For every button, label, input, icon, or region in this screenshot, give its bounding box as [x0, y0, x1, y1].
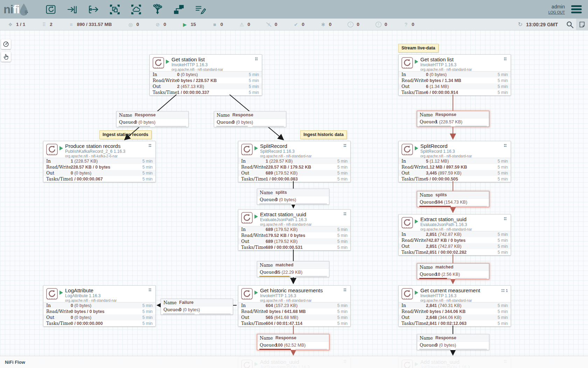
- connection-name-label: Name: [260, 263, 273, 268]
- template-icon[interactable]: [173, 4, 185, 15]
- connection-label[interactable]: Name Response Queued 0 (0 bytes): [417, 334, 489, 350]
- processor[interactable]: Get current measurement InvokeHTTP 1.16.…: [398, 285, 511, 327]
- processor[interactable]: Get station list InvokeHTTP 1.16.3 org.a…: [398, 54, 511, 96]
- queue-progress-bars: [257, 203, 329, 204]
- threads-grid-icon: [149, 144, 152, 147]
- processor[interactable]: Extract station_uuid EvaluateJsonPath 1.…: [398, 214, 511, 255]
- processor-stat-row: In 0 (0 bytes) 5 min: [150, 71, 262, 77]
- threads-grid-icon: [344, 144, 346, 147]
- active-threads-badge: [344, 144, 348, 147]
- queue-progress-bars: [417, 349, 489, 350]
- processor-stat-row: Tasks/Time 0 / 00:00:00.000 5 min: [43, 320, 155, 326]
- processor-stat-row: In 0 (0 bytes) 5 min: [399, 71, 511, 77]
- navigate-palette-button[interactable]: [1, 39, 11, 49]
- canvas-label[interactable]: Ingest historic data: [300, 130, 347, 139]
- operate-palette-button[interactable]: [1, 52, 11, 62]
- remote-process-group-icon[interactable]: [130, 4, 142, 15]
- output-port-icon[interactable]: [88, 4, 99, 15]
- label-icon[interactable]: [194, 4, 206, 15]
- processor-stats: In 5 (1.12 MB) 5 min Read/Write 1.12 MB …: [399, 158, 511, 182]
- connection-queued-value: 100 (62.52 MB): [275, 343, 306, 348]
- birdseye-toggle-icon[interactable]: [576, 19, 588, 30]
- processor-name: Extract station_uuid: [420, 216, 472, 222]
- flow-canvas[interactable]: Ingest station records Ingest historic d…: [0, 30, 588, 368]
- processor[interactable]: Produce station records PublishKafkaReco…: [43, 141, 156, 182]
- connection-queued-label: Queued: [420, 342, 437, 348]
- connection-label[interactable]: Name matched Queued 10 (2.56 KB): [417, 263, 489, 279]
- connection-label[interactable]: Name Response Queued 0 (0 bytes): [116, 111, 189, 127]
- processor-stats: In 0 (0 bytes) 5 min Read/Write 0 bytes …: [399, 71, 511, 95]
- canvas-label[interactable]: Stream live-data: [398, 44, 439, 53]
- connection-label[interactable]: Name splits Queued 0 (0 bytes): [257, 189, 329, 205]
- processor-stat-row: Read/Write 742.87 KB / 0 bytes 5 min: [399, 237, 511, 243]
- processor[interactable]: Get station list InvokeHTTP 1.16.3 org.a…: [149, 54, 262, 96]
- queued-icon: ≡: [69, 22, 74, 27]
- threads-grid-icon: [344, 212, 346, 215]
- processor-stat-row: Read/Write 0 bytes / 1.34 MB 5 min: [399, 77, 511, 83]
- processor[interactable]: Extract station_uuid EvaluateJsonPath 1.…: [238, 209, 351, 251]
- connection-queued-label: Queued: [420, 119, 437, 124]
- processor-name: Get station list: [172, 56, 223, 62]
- processor[interactable]: SplitRecord SplitRecord 1.16.3 org.apach…: [238, 141, 351, 182]
- connection-queued-value: 85 (22.29 KB): [275, 270, 302, 275]
- active-threads-badge: [344, 288, 348, 291]
- queue-progress-bars: [417, 206, 489, 207]
- nifi-logo: nifi: [4, 3, 38, 16]
- connection-label[interactable]: Name Failure Queued 0 (0 bytes): [161, 299, 233, 315]
- status-item: ❖ 1 / 1: [8, 22, 25, 27]
- connection-label[interactable]: Name Response Queued 1 (228.57 KB): [417, 111, 489, 127]
- running-status-icon: [166, 60, 169, 64]
- connection-queued-label: Queued: [420, 272, 437, 277]
- stopped-icon: ■: [212, 22, 217, 27]
- connection-name-value: Failure: [179, 300, 194, 305]
- threads-grid-icon: ⠿: [41, 22, 47, 27]
- processor-stat-row: Tasks/Time 2,851 / 00:00:02.282 5 min: [399, 249, 511, 255]
- processor-stat-row: Tasks/Time 689 / 00:00:00.531 5 min: [238, 244, 350, 250]
- connection-label[interactable]: Name Response Queued 100 (62.52 MB): [257, 334, 329, 350]
- processor-stamp-icon: [241, 212, 253, 224]
- connection-label[interactable]: Name Response Queued 0 (0 bytes): [214, 111, 286, 127]
- running-status-icon: [254, 214, 258, 219]
- processor-name: Produce station records: [65, 143, 125, 149]
- status-item: ⚡ 0: [266, 22, 278, 27]
- connection-name-label: Name: [163, 300, 177, 305]
- connection-name-label: Name: [260, 335, 273, 341]
- connection-label[interactable]: Name matched Queued 85 (22.29 KB): [257, 261, 329, 277]
- connection-name-value: Response: [232, 113, 253, 117]
- canvas-label[interactable]: Ingest station records: [99, 130, 152, 139]
- search-icon[interactable]: [564, 19, 576, 30]
- input-port-icon[interactable]: [66, 4, 78, 15]
- app-header: nifi: [0, 0, 588, 19]
- active-threads-badge: [149, 144, 153, 147]
- processor[interactable]: SplitRecord SplitRecord 1.16.3 org.apach…: [398, 141, 511, 182]
- processor-stat-row: Out 2 (457.13 KB) 5 min: [150, 83, 262, 89]
- running-status-icon: [415, 219, 418, 224]
- breadcrumb-root[interactable]: NiFi Flow: [5, 360, 25, 365]
- processor-stats: In 604 (157.23 KB) 5 min Read/Write 0 by…: [238, 302, 350, 326]
- processor-stamp-icon: [401, 143, 413, 156]
- sync-failure-icon: !: [376, 22, 382, 27]
- queue-progress-bars: [117, 126, 188, 127]
- processor-stamp-icon: [401, 288, 413, 300]
- funnel-icon[interactable]: [152, 4, 163, 15]
- active-threads-badge: [504, 144, 508, 147]
- global-menu-icon[interactable]: [570, 4, 583, 15]
- processor[interactable]: LogAttribute LogAttribute 1.16.3 org.apa…: [43, 285, 156, 327]
- processor-icon[interactable]: [45, 4, 57, 15]
- processor-stats: In 689 (179.52 KB) 5 min Read/Write 179.…: [238, 226, 350, 250]
- processor-stat-row: In 0 (0 bytes) 5 min: [43, 302, 155, 308]
- connection-name-value: splits: [275, 190, 287, 195]
- connection-queued-label: Queued: [260, 270, 277, 275]
- processor-stat-row: Tasks/Time 1 / 00:00:00.337 5 min: [150, 89, 262, 95]
- status-item: ↑ 0: [348, 22, 359, 27]
- processor[interactable]: Get historic measurements InvokeHTTP 1.1…: [238, 285, 351, 327]
- compass-icon: [3, 41, 9, 47]
- connection-queued-value: 594 (154.73 KB): [435, 200, 467, 205]
- connection-queued-value: 0 (0 bytes): [135, 120, 155, 125]
- processor-stamp-icon: [46, 288, 58, 300]
- process-group-icon[interactable]: [109, 4, 121, 15]
- connection-label[interactable]: Name splits Queued 594 (154.73 KB): [417, 191, 489, 207]
- logout-link[interactable]: LOG OUT: [548, 10, 565, 15]
- processor-stat-row: Out 565 (641.68 MB) 5 min: [238, 314, 350, 320]
- refresh-icon[interactable]: ↻: [518, 21, 523, 28]
